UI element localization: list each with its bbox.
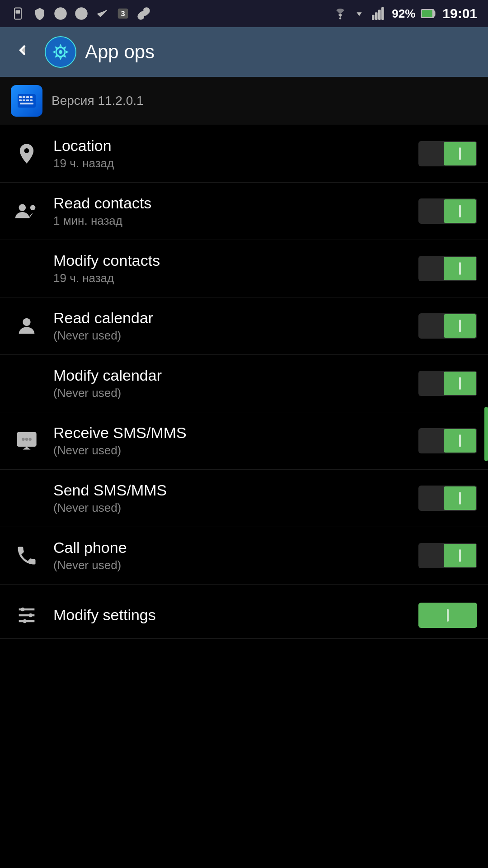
- perm-name: Read contacts: [53, 194, 418, 212]
- toggle-on-indicator: [444, 544, 476, 567]
- list-item: Modify contacts 19 ч. назад: [0, 240, 488, 297]
- scrollbar-indicator[interactable]: [484, 407, 488, 461]
- perm-info-send-sms: Send SMS/MMS (Never used): [53, 481, 418, 515]
- svg-point-29: [23, 318, 30, 326]
- list-item: Receive SMS/MMS (Never used): [0, 412, 488, 470]
- perm-time: (Never used): [53, 386, 418, 400]
- toggle-receive-sms[interactable]: [418, 428, 477, 453]
- svg-rect-7: [372, 15, 375, 20]
- svg-rect-12: [422, 10, 432, 17]
- perm-name: Modify settings: [53, 606, 418, 624]
- toggle-on-indicator: [444, 314, 476, 338]
- toggle-line: [459, 434, 461, 447]
- contacts-modify-icon: [11, 253, 42, 284]
- perm-time: (Never used): [53, 558, 418, 572]
- svg-rect-20: [26, 96, 29, 98]
- perm-name: Call phone: [53, 539, 418, 557]
- back-button[interactable]: [9, 34, 36, 70]
- toggle-read-calendar[interactable]: [418, 313, 477, 339]
- list-item: Call phone (Never used): [0, 527, 488, 585]
- version-text: Версия 11.2.0.1: [52, 94, 144, 108]
- app-bar-gear-icon: [44, 36, 77, 68]
- toggle-line: [459, 147, 461, 160]
- calendar-icon: [11, 368, 42, 399]
- perm-time: (Never used): [53, 443, 418, 458]
- toggle-modify-contacts[interactable]: [418, 256, 477, 281]
- svg-point-3: [76, 8, 87, 19]
- svg-rect-24: [26, 99, 29, 101]
- svg-rect-8: [375, 12, 378, 20]
- app-icon: [11, 85, 42, 117]
- time-display: 19:01: [442, 6, 477, 21]
- perm-name: Modify contacts: [53, 252, 418, 269]
- contacts-icon: [11, 195, 42, 227]
- app-bar-title: App ops: [85, 41, 155, 63]
- svg-point-16: [59, 50, 62, 54]
- perm-info-read-calendar: Read calendar (Never used): [53, 309, 418, 343]
- svg-point-32: [25, 438, 28, 441]
- svg-point-37: [21, 607, 25, 611]
- perm-info-modify-contacts: Modify contacts 19 ч. назад: [53, 252, 418, 285]
- toggle-on-indicator: [444, 142, 476, 165]
- status-right: 92% 19:01: [332, 6, 477, 21]
- toggle-line: [459, 549, 461, 562]
- toggle-location[interactable]: [418, 141, 477, 166]
- svg-point-38: [28, 613, 33, 617]
- sms-icon: [11, 425, 42, 457]
- list-item: Modify calendar (Never used): [0, 355, 488, 412]
- perm-time: (Never used): [53, 329, 418, 343]
- svg-rect-25: [30, 99, 33, 101]
- toggle-line: [447, 609, 449, 622]
- svg-point-6: [339, 17, 342, 19]
- toggle-line: [459, 262, 461, 275]
- settings-sliders-icon: [11, 599, 42, 631]
- toggle-on-indicator: [444, 486, 476, 510]
- location-icon: [11, 138, 42, 170]
- toggle-line: [459, 205, 461, 217]
- phone-icon: [11, 540, 42, 571]
- list-item: Read calendar (Never used): [0, 297, 488, 355]
- toggle-send-sms[interactable]: [418, 486, 477, 511]
- battery-percent: 92%: [392, 7, 415, 21]
- perm-time: 1 мин. назад: [53, 214, 418, 228]
- perm-time: (Never used): [53, 501, 418, 515]
- list-item: Location 19 ч. назад: [0, 125, 488, 183]
- toggle-read-contacts[interactable]: [418, 198, 477, 224]
- svg-rect-18: [19, 96, 22, 98]
- perm-name: Send SMS/MMS: [53, 481, 418, 499]
- toggle-on-indicator: [418, 604, 477, 627]
- toggle-on-indicator: [444, 199, 476, 223]
- perm-time: 19 ч. назад: [53, 271, 418, 285]
- perm-name: Receive SMS/MMS: [53, 424, 418, 442]
- number3-icon: 3: [115, 5, 131, 22]
- svg-rect-23: [23, 99, 25, 101]
- perm-name: Modify calendar: [53, 367, 418, 384]
- svg-text:3: 3: [121, 9, 125, 18]
- toggle-call-phone[interactable]: [418, 543, 477, 568]
- list-item: Send SMS/MMS (Never used): [0, 470, 488, 527]
- toggle-on-indicator: [444, 257, 476, 280]
- status-bar: 3 92% 19:01: [0, 0, 488, 27]
- svg-rect-22: [19, 99, 22, 101]
- perm-info-modify-calendar: Modify calendar (Never used): [53, 367, 418, 400]
- perm-info-receive-sms: Receive SMS/MMS (Never used): [53, 424, 418, 458]
- perm-info-call-phone: Call phone (Never used): [53, 539, 418, 572]
- phone-circle-icon: [52, 5, 69, 22]
- shield-icon: [32, 5, 48, 22]
- toggle-modify-calendar[interactable]: [418, 371, 477, 396]
- circle-check-icon: [73, 5, 89, 22]
- app-bar: App ops: [0, 27, 488, 77]
- perm-name: Location: [53, 137, 418, 155]
- toggle-modify-settings[interactable]: [418, 603, 477, 628]
- svg-rect-9: [378, 10, 381, 20]
- toggle-line: [459, 377, 461, 390]
- perm-info-location: Location 19 ч. назад: [53, 137, 418, 170]
- svg-rect-19: [23, 96, 25, 98]
- person-icon: [11, 310, 42, 342]
- toggle-line: [459, 320, 461, 332]
- version-header: Версия 11.2.0.1: [0, 77, 488, 125]
- svg-point-31: [22, 438, 24, 441]
- svg-rect-21: [30, 96, 33, 98]
- perm-name: Read calendar: [53, 309, 418, 327]
- svg-rect-10: [381, 7, 384, 20]
